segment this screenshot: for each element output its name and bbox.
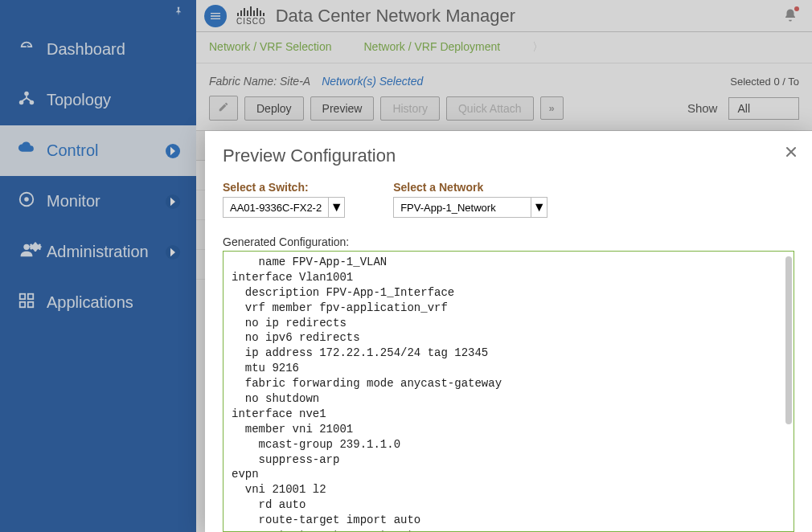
sidebar-item-monitor[interactable]: Monitor [0, 176, 196, 227]
sidebar-item-topology[interactable]: Topology [0, 75, 196, 125]
sidebar: Dashboard Topology Control Monitor [0, 0, 196, 532]
modal-title: Preview Configuration [223, 145, 794, 166]
show-label: Show [687, 101, 718, 115]
toolbar: Deploy Preview History Quick Attach » Sh… [196, 96, 812, 130]
sidebar-item-control[interactable]: Control [0, 125, 196, 176]
dropdown-arrow-icon: ▼ [531, 198, 547, 217]
fabric-row: Fabric Name: Site-A Network(s) Selected … [196, 63, 812, 96]
control-icon [18, 140, 35, 162]
topology-icon [18, 89, 35, 111]
pin-icon[interactable] [172, 5, 185, 22]
generated-config-label: Generated Configuration: [223, 235, 794, 248]
switch-select-value: AA01-9336C-FX2-2 [224, 202, 328, 214]
chevron-right-icon [166, 194, 180, 209]
sidebar-item-label: Monitor [47, 192, 100, 211]
switch-select-group: Select a Switch: AA01-9336C-FX2-2 ▼ [223, 181, 345, 218]
gear-icon [27, 238, 44, 260]
svg-rect-6 [20, 294, 25, 299]
breadcrumb: Network / VRF Selection Network / VRF De… [196, 32, 812, 63]
sidebar-item-label: Control [47, 141, 98, 160]
network-select[interactable]: FPV-App-1_Network ▼ [393, 197, 547, 218]
switch-select[interactable]: AA01-9336C-FX2-2 ▼ [223, 197, 345, 218]
network-select-group: Select a Network FPV-App-1_Network ▼ [393, 181, 547, 218]
sidebar-item-label: Administration [47, 243, 149, 261]
svg-rect-9 [28, 302, 33, 307]
sidebar-item-administration[interactable]: Administration [0, 227, 196, 277]
svg-rect-8 [20, 302, 25, 307]
generated-config-box[interactable]: name FPV-App-1_VLAN interface Vlan1001 d… [223, 251, 794, 532]
preview-button[interactable]: Preview [310, 96, 375, 121]
networks-selected-link[interactable]: Network(s) Selected [322, 75, 423, 88]
sidebar-item-label: Dashboard [47, 40, 125, 59]
chevron-right-icon [166, 144, 180, 158]
fabric-name: Site-A [280, 75, 310, 88]
sidebar-item-label: Topology [47, 91, 111, 109]
dropdown-arrow-icon: ▼ [328, 198, 344, 217]
deploy-button[interactable]: Deploy [244, 96, 304, 121]
show-select[interactable]: All [728, 97, 799, 120]
monitor-icon [18, 190, 35, 212]
switch-select-label: Select a Switch: [223, 181, 345, 194]
scrollbar[interactable] [785, 256, 792, 424]
fabric-label: Fabric Name: [209, 75, 277, 88]
chevron-right-icon [166, 245, 180, 260]
breadcrumb-item[interactable]: Network / VRF Selection [209, 40, 332, 55]
network-select-value: FPV-App-1_Network [394, 202, 531, 214]
history-button[interactable]: History [380, 96, 440, 121]
edit-button[interactable] [209, 96, 238, 121]
topbar: CISCO Data Center Network Manager [196, 0, 812, 32]
notification-icon[interactable] [783, 8, 798, 26]
generated-config-text: name FPV-App-1_VLAN interface Vlan1001 d… [232, 255, 785, 532]
breadcrumb-chevron-icon: 〉 [532, 40, 543, 55]
dashboard-icon [18, 39, 35, 60]
svg-point-0 [24, 92, 29, 96]
sidebar-item-label: Applications [47, 293, 133, 312]
sidebar-item-applications[interactable]: Applications [0, 277, 196, 328]
preview-configuration-modal: Preview Configuration Select a Switch: A… [205, 131, 812, 532]
selection-count: Selected 0 / To [730, 76, 799, 88]
network-select-label: Select a Network [393, 181, 547, 194]
app-title: Data Center Network Manager [276, 6, 515, 27]
menu-button[interactable] [204, 5, 227, 27]
cisco-text: CISCO [236, 18, 266, 26]
cisco-logo: CISCO [236, 6, 266, 26]
more-button[interactable]: » [540, 96, 564, 120]
svg-rect-7 [28, 294, 33, 299]
applications-icon [18, 292, 35, 313]
svg-point-4 [24, 197, 29, 202]
close-button[interactable] [783, 144, 799, 163]
breadcrumb-item[interactable]: Network / VRF Deployment [364, 40, 501, 55]
quick-attach-button[interactable]: Quick Attach [446, 96, 534, 121]
show-select-value: All [737, 102, 750, 115]
sidebar-item-dashboard[interactable]: Dashboard [0, 24, 196, 75]
